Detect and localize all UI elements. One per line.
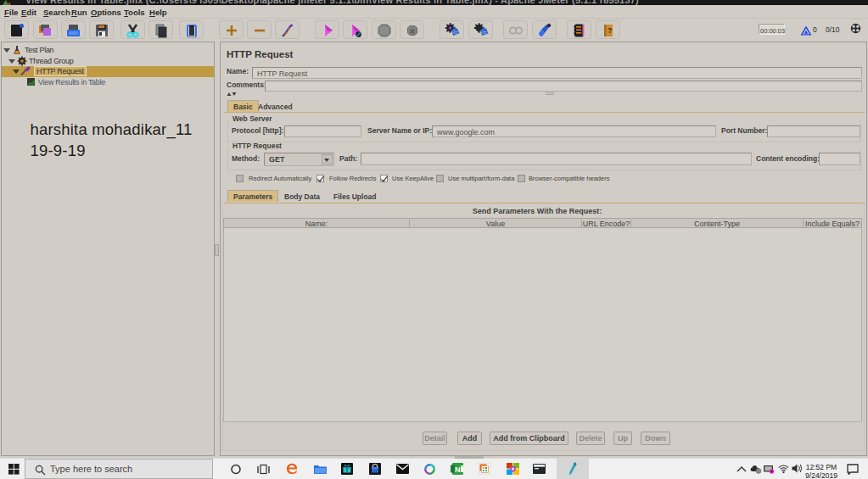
svg-text:N: N bbox=[455, 465, 461, 474]
svg-text:?: ? bbox=[608, 26, 613, 35]
